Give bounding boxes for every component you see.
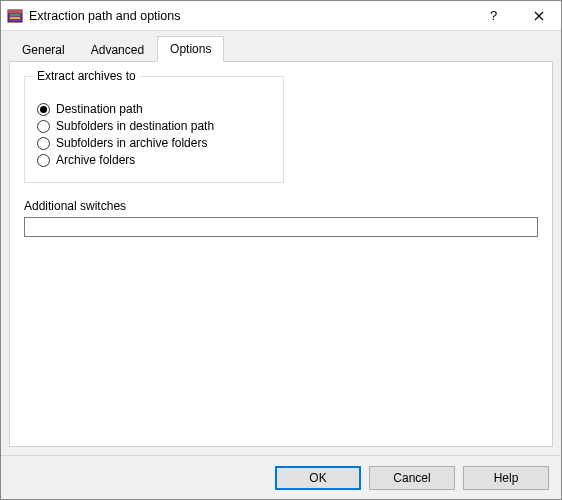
window-title: Extraction path and options xyxy=(29,9,471,23)
group-legend: Extract archives to xyxy=(33,69,140,83)
radio-subfolders-destination[interactable]: Subfolders in destination path xyxy=(37,119,271,133)
radio-label: Destination path xyxy=(56,102,143,116)
tab-label: General xyxy=(22,43,65,57)
radio-subfolders-archive[interactable]: Subfolders in archive folders xyxy=(37,136,271,150)
button-label: Help xyxy=(494,471,519,485)
radio-destination-path[interactable]: Destination path xyxy=(37,102,271,116)
tab-advanced[interactable]: Advanced xyxy=(78,37,157,62)
additional-switches-input[interactable] xyxy=(24,217,538,237)
additional-switches-label: Additional switches xyxy=(24,199,538,213)
radio-icon xyxy=(37,103,50,116)
radio-label: Subfolders in destination path xyxy=(56,119,214,133)
radio-icon xyxy=(37,120,50,133)
radio-label: Archive folders xyxy=(56,153,135,167)
tab-page-options: Extract archives to Destination path Sub… xyxy=(9,61,553,447)
tab-strip: General Advanced Options xyxy=(1,31,561,61)
cancel-button[interactable]: Cancel xyxy=(369,466,455,490)
titlebar-help-button[interactable]: ? xyxy=(471,1,516,31)
tab-label: Options xyxy=(170,42,211,56)
group-extract-archives-to: Extract archives to Destination path Sub… xyxy=(24,76,284,183)
button-label: OK xyxy=(309,471,326,485)
dialog-window: Extraction path and options ? General Ad… xyxy=(0,0,562,500)
tab-label: Advanced xyxy=(91,43,144,57)
titlebar-close-button[interactable] xyxy=(516,1,561,31)
svg-rect-3 xyxy=(10,17,20,19)
tab-general[interactable]: General xyxy=(9,37,78,62)
button-label: Cancel xyxy=(393,471,430,485)
tab-options[interactable]: Options xyxy=(157,36,224,62)
app-icon xyxy=(7,8,23,24)
svg-rect-2 xyxy=(10,14,20,16)
ok-button[interactable]: OK xyxy=(275,466,361,490)
button-bar: OK Cancel Help xyxy=(1,455,561,499)
help-button[interactable]: Help xyxy=(463,466,549,490)
radio-icon xyxy=(37,137,50,150)
radio-archive-folders[interactable]: Archive folders xyxy=(37,153,271,167)
radio-label: Subfolders in archive folders xyxy=(56,136,207,150)
svg-rect-1 xyxy=(8,10,22,13)
radio-icon xyxy=(37,154,50,167)
titlebar: Extraction path and options ? xyxy=(1,1,561,31)
